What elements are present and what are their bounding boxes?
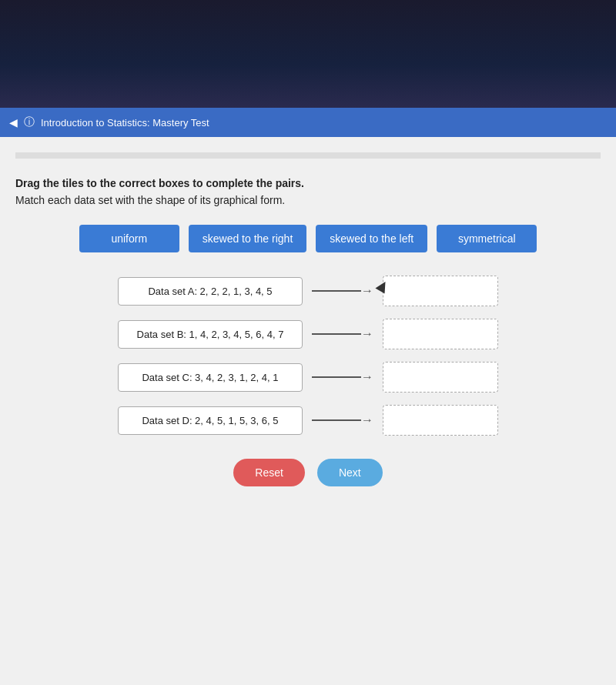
match-row-d: Data set D: 2, 4, 5, 1, 5, 3, 6, 5 → [118, 405, 498, 436]
match-row-a: Data set A: 2, 2, 2, 1, 3, 4, 5 → [118, 276, 498, 306]
progress-bar [15, 152, 601, 159]
arrow-head-c: → [361, 371, 373, 383]
option-uniform[interactable]: uniform [79, 225, 179, 252]
option-symmetrical[interactable]: symmetrical [437, 225, 537, 252]
instructions: Drag the tiles to the correct boxes to c… [15, 177, 601, 206]
option-skewed-right[interactable]: skewed to the right [189, 225, 307, 252]
drop-box-d[interactable] [383, 405, 498, 436]
instruction-line1: Drag the tiles to the correct boxes to c… [15, 177, 601, 189]
browser-bar: ◀ ⓘ Introduction to Statistics: Mastery … [0, 108, 616, 137]
dataset-box-b: Data set B: 1, 4, 2, 3, 4, 5, 6, 4, 7 [118, 320, 303, 349]
matching-area: Data set A: 2, 2, 2, 1, 3, 4, 5 → Data s… [15, 276, 601, 436]
content-area: Drag the tiles to the correct boxes to c… [0, 137, 616, 685]
next-button[interactable]: Next [317, 459, 383, 486]
buttons-row: Reset Next [15, 459, 601, 486]
drop-box-a[interactable] [383, 276, 498, 306]
arrow-head-b: → [361, 328, 373, 340]
match-row-b: Data set B: 1, 4, 2, 3, 4, 5, 6, 4, 7 → [118, 319, 498, 349]
match-row-c: Data set C: 3, 4, 2, 3, 1, 2, 4, 1 → [118, 362, 498, 393]
option-skewed-left[interactable]: skewed to the left [316, 225, 427, 252]
arrow-c: → [312, 371, 373, 383]
drop-box-c[interactable] [383, 362, 498, 393]
back-icon[interactable]: ◀ [9, 116, 18, 129]
dataset-box-d: Data set D: 2, 4, 5, 1, 5, 3, 6, 5 [118, 406, 303, 435]
info-icon[interactable]: ⓘ [24, 115, 35, 129]
arrow-d: → [312, 414, 373, 426]
options-row: uniform skewed to the right skewed to th… [15, 225, 601, 252]
drop-box-b[interactable] [383, 319, 498, 349]
arrow-b: → [312, 328, 373, 340]
instruction-line2: Match each data set with the shape of it… [15, 194, 601, 206]
arrow-head-a: → [361, 285, 373, 297]
dataset-box-c: Data set C: 3, 4, 2, 3, 1, 2, 4, 1 [118, 363, 303, 392]
arrow-head-d: → [361, 414, 373, 426]
reset-button[interactable]: Reset [233, 459, 305, 486]
page-title: Introduction to Statistics: Mastery Test [41, 117, 209, 129]
top-bar [0, 0, 616, 108]
arrow-a: → [312, 285, 373, 297]
dataset-box-a: Data set A: 2, 2, 2, 1, 3, 4, 5 [118, 277, 303, 306]
